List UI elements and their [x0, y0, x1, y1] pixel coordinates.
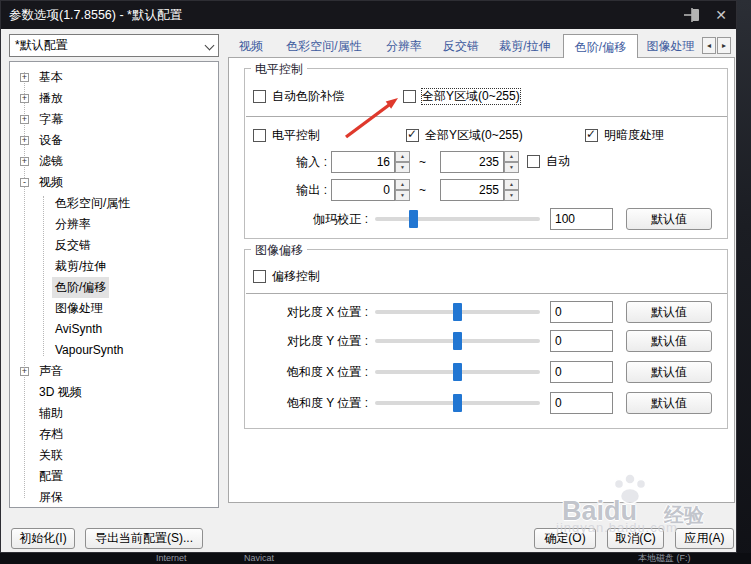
- tree-item-config[interactable]: 配置: [10, 466, 218, 487]
- full-y-range-top-label[interactable]: 全部Y区域(0~255): [422, 89, 520, 104]
- spin-down-icon[interactable]: ▼: [395, 162, 410, 173]
- tree-expand-icon[interactable]: +: [20, 94, 29, 103]
- ok-button[interactable]: 确定(O): [534, 528, 596, 549]
- brightness-processing-checkbox[interactable]: [585, 129, 598, 142]
- tree-item-basic[interactable]: +基本: [10, 67, 218, 88]
- cancel-button[interactable]: 取消(C): [607, 528, 664, 549]
- tree-item-label: AviSynth: [52, 319, 105, 340]
- spin-up-icon[interactable]: ▲: [395, 179, 410, 190]
- preferences-dialog: 参数选项(1.7.8556) - *默认配置 ✕ *默认配置 +基本 +播放 +…: [0, 0, 737, 553]
- tab-video[interactable]: 视频: [233, 34, 269, 58]
- full-y-range-label[interactable]: 全部Y区域(0~255): [425, 128, 523, 143]
- profile-dropdown-value: *默认配置: [15, 38, 68, 52]
- initialize-button[interactable]: 初始化(I): [11, 528, 75, 549]
- tree-item-vapoursynth[interactable]: VapourSynth: [10, 340, 218, 361]
- auto-level-compensation-label[interactable]: 自动色阶补偿: [272, 89, 344, 104]
- output-max-field[interactable]: [440, 179, 504, 201]
- tab-scroll-right-icon[interactable]: ▸: [717, 37, 731, 54]
- tree-item-video[interactable]: -视频: [10, 172, 218, 193]
- saturation-x-value-field[interactable]: [550, 361, 613, 383]
- auto-label[interactable]: 自动: [546, 154, 570, 169]
- saturation-y-value-field[interactable]: [550, 392, 613, 414]
- saturation-y-slider-thumb[interactable]: [453, 394, 462, 412]
- spin-up-icon[interactable]: ▲: [504, 151, 519, 162]
- tree-item-audio[interactable]: +声音: [10, 361, 218, 382]
- tab-deinterlace[interactable]: 反交错: [435, 34, 487, 58]
- spin-down-icon[interactable]: ▼: [504, 190, 519, 201]
- auto-checkbox[interactable]: [527, 155, 540, 168]
- saturation-x-slider-thumb[interactable]: [453, 363, 462, 381]
- contrast-y-label: 对比度 Y 位置 :: [253, 330, 368, 352]
- full-y-range-checkbox[interactable]: [406, 129, 419, 142]
- tab-crop-stretch[interactable]: 裁剪/拉伸: [491, 34, 559, 58]
- tree-item-screensaver[interactable]: 屏保: [10, 487, 218, 508]
- contrast-x-slider-thumb[interactable]: [453, 303, 462, 321]
- tab-levels-offset[interactable]: 色阶/偏移: [563, 34, 638, 58]
- offset-control-checkbox[interactable]: [253, 270, 266, 283]
- contrast-x-value-field[interactable]: [550, 301, 613, 323]
- contrast-y-slider-thumb[interactable]: [453, 332, 462, 350]
- tree-item-playback[interactable]: +播放: [10, 88, 218, 109]
- output-max-spinner[interactable]: ▲ ▼: [504, 179, 519, 201]
- contrast-y-default-button[interactable]: 默认值: [626, 330, 712, 352]
- tab-resolution[interactable]: 分辨率: [379, 34, 429, 58]
- tree-item-devices[interactable]: +设备: [10, 130, 218, 151]
- input-max-field[interactable]: [440, 151, 504, 173]
- tree-item-3d-video[interactable]: 3D 视频: [10, 382, 218, 403]
- titlebar[interactable]: 参数选项(1.7.8556) - *默认配置 ✕: [1, 1, 736, 29]
- contrast-y-value-field[interactable]: [550, 330, 613, 352]
- tree-item-label: 反交错: [52, 235, 94, 256]
- input-min-field[interactable]: [331, 151, 395, 173]
- close-icon[interactable]: ✕: [709, 5, 733, 25]
- tree-item-crop-stretch[interactable]: 裁剪/拉伸: [10, 256, 218, 277]
- spin-down-icon[interactable]: ▼: [504, 162, 519, 173]
- tree-expand-icon[interactable]: +: [20, 115, 29, 124]
- profile-dropdown[interactable]: *默认配置: [9, 34, 219, 57]
- auto-level-compensation-checkbox[interactable]: [253, 90, 266, 103]
- tree-collapse-icon[interactable]: -: [20, 178, 29, 187]
- gamma-slider-thumb[interactable]: [409, 210, 418, 228]
- pin-icon[interactable]: [683, 7, 703, 23]
- image-offset-group-title: 图像偏移: [251, 242, 307, 259]
- settings-tree: +基本 +播放 +字幕 +设备 +滤镜 -视频 色彩空间/属性 分辨率 反交错 …: [9, 61, 219, 508]
- output-min-spinner[interactable]: ▲ ▼: [395, 179, 410, 201]
- spin-up-icon[interactable]: ▲: [504, 179, 519, 190]
- input-max-spinner[interactable]: ▲ ▼: [504, 151, 519, 173]
- apply-button[interactable]: 应用(A): [675, 528, 734, 549]
- tree-item-misc[interactable]: 辅助: [10, 403, 218, 424]
- saturation-y-default-button[interactable]: 默认值: [626, 392, 712, 414]
- saturation-x-default-button[interactable]: 默认值: [626, 361, 712, 383]
- tree-item-label: 存档: [36, 424, 66, 445]
- spin-up-icon[interactable]: ▲: [395, 151, 410, 162]
- level-control-checkbox[interactable]: [253, 129, 266, 142]
- tree-item-image-processing[interactable]: 图像处理: [10, 298, 218, 319]
- tree-item-label: 3D 视频: [36, 382, 85, 403]
- gamma-value-field[interactable]: [550, 208, 613, 230]
- tree-item-levels-offset[interactable]: 色阶/偏移: [10, 277, 218, 298]
- level-control-label[interactable]: 电平控制: [272, 128, 320, 143]
- input-min-spinner[interactable]: ▲ ▼: [395, 151, 410, 173]
- brightness-processing-label[interactable]: 明暗度处理: [604, 128, 664, 143]
- tab-scroll-left-icon[interactable]: ◂: [702, 37, 716, 54]
- tree-expand-icon[interactable]: +: [20, 157, 29, 166]
- tree-item-resolution[interactable]: 分辨率: [10, 214, 218, 235]
- tree-item-subtitles[interactable]: +字幕: [10, 109, 218, 130]
- tree-item-storage[interactable]: 存档: [10, 424, 218, 445]
- gamma-default-button[interactable]: 默认值: [626, 208, 712, 230]
- tree-item-colorspace[interactable]: 色彩空间/属性: [10, 193, 218, 214]
- tree-item-deinterlace[interactable]: 反交错: [10, 235, 218, 256]
- output-min-field[interactable]: [331, 179, 395, 201]
- export-config-button[interactable]: 导出当前配置(S)...: [85, 528, 203, 549]
- spin-down-icon[interactable]: ▼: [395, 190, 410, 201]
- tab-colorspace[interactable]: 色彩空间/属性: [275, 34, 373, 58]
- gamma-slider-track[interactable]: [375, 217, 540, 221]
- tree-expand-icon[interactable]: +: [20, 367, 29, 376]
- tree-expand-icon[interactable]: +: [20, 136, 29, 145]
- tree-item-association[interactable]: 关联: [10, 445, 218, 466]
- tab-image-processing[interactable]: 图像处理: [642, 34, 699, 58]
- tree-item-avisynth[interactable]: AviSynth: [10, 319, 218, 340]
- tree-expand-icon[interactable]: +: [20, 73, 29, 82]
- offset-control-label[interactable]: 偏移控制: [272, 269, 320, 284]
- contrast-x-default-button[interactable]: 默认值: [626, 301, 712, 323]
- tree-item-filters[interactable]: +滤镜: [10, 151, 218, 172]
